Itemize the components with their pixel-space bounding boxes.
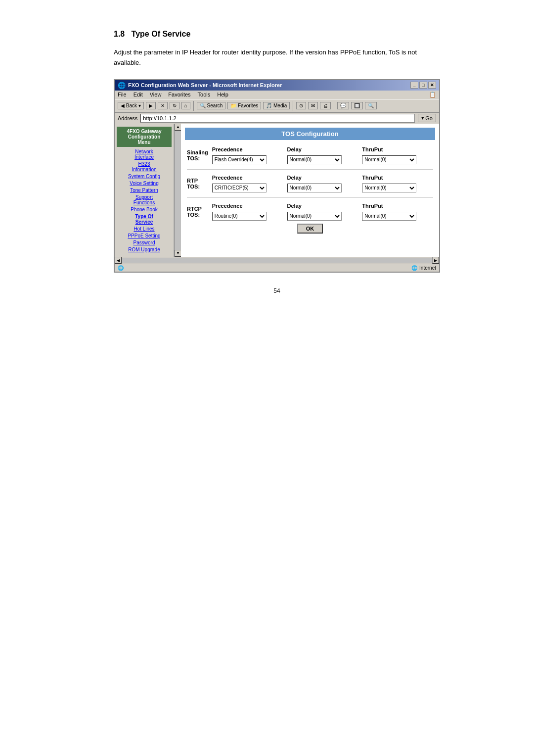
- page-number: 54: [114, 287, 440, 294]
- go-button[interactable]: ▾ Go: [418, 114, 436, 122]
- sidebar-item-voice[interactable]: Voice Setting: [117, 181, 172, 186]
- rtcp-throughput-header: ThruPut: [360, 201, 435, 210]
- section-title: 1.8 Type Of Service: [114, 30, 440, 39]
- menu-favorites[interactable]: Favorites: [168, 92, 190, 98]
- sidebar-item-h323[interactable]: H323Information: [117, 161, 172, 172]
- toolbar-sep-3: [334, 101, 334, 111]
- address-label: Address: [118, 115, 137, 121]
- sidebar-item-system[interactable]: System Config: [117, 174, 172, 179]
- browser-window: 🌐 FXO Configuration Web Server - Microso…: [114, 79, 440, 273]
- menu-edit[interactable]: Edit: [134, 92, 143, 98]
- divider-1: [185, 166, 435, 173]
- history-button[interactable]: ⊙: [296, 102, 306, 109]
- divider-2: [185, 194, 435, 201]
- sidebar: 4FXO Gateway Configuration Menu NetworkI…: [115, 124, 174, 257]
- toolbar: ◀ Back ▾ ▶ ✕ ↻ ⌂ 🔍 Search 📁 Favorites 🎵 …: [115, 99, 439, 113]
- scroll-down-arrow[interactable]: ▼: [175, 250, 181, 257]
- address-bar: Address ▾ Go: [115, 113, 439, 124]
- status-text: Internet: [419, 265, 436, 271]
- tos-row-rtcp-values: Routine(0) Normal(0): [185, 210, 435, 222]
- stop-button[interactable]: ✕: [158, 102, 168, 109]
- forward-button[interactable]: ▶: [146, 102, 156, 109]
- msn-button[interactable]: 🔲: [351, 102, 363, 109]
- menu-help[interactable]: Help: [217, 92, 228, 98]
- status-bar: 🌐 🌐 Internet: [115, 264, 439, 272]
- sidebar-item-pppoe[interactable]: PPPoE Setting: [117, 233, 172, 238]
- sidebar-container: 4FXO Gateway Configuration Menu NetworkI…: [115, 124, 181, 257]
- signaling-throughput-select[interactable]: Normal(0): [362, 155, 416, 164]
- rtcp-delay-select[interactable]: Normal(0): [287, 212, 342, 221]
- scroll-up-arrow[interactable]: ▲: [175, 124, 181, 131]
- sidebar-item-hotlines[interactable]: Hot Lines: [117, 226, 172, 232]
- address-input[interactable]: [140, 114, 415, 123]
- ok-button[interactable]: OK: [297, 224, 323, 234]
- status-right: 🌐 Internet: [411, 265, 436, 271]
- scroll-track-v: [175, 131, 181, 250]
- scroll-left-arrow[interactable]: ◀: [115, 257, 122, 264]
- fullscreen-button[interactable]: 🔍: [365, 102, 377, 109]
- tos-row-rtcp: RTCPTOS: Precedence Delay ThruPut: [185, 201, 435, 210]
- home-button[interactable]: ⌂: [181, 102, 190, 109]
- rtcp-delay-header: Delay: [285, 201, 360, 210]
- signaling-delay-select[interactable]: Normal(0): [287, 155, 342, 164]
- browser-icon: 🌐: [118, 82, 126, 89]
- menu-file[interactable]: File: [118, 92, 127, 98]
- sidebar-item-tone[interactable]: Tone Pattern: [117, 188, 172, 193]
- ok-row: OK: [185, 222, 435, 235]
- tos-row-rtp-values: CRITIC/ECP(5) Normal(0): [185, 182, 435, 194]
- tos-row-signaling: SinalingTOS: Precedence Delay ThruPut: [185, 145, 435, 154]
- ie-icon: 🌐: [118, 265, 124, 271]
- rtcp-throughput-select[interactable]: Normal(0): [362, 212, 416, 221]
- tos-header: TOS Configuration: [185, 128, 435, 140]
- rtcp-tos-label: RTCPTOS:: [185, 201, 210, 222]
- sidebar-item-romupgrade[interactable]: ROM Upgrade: [117, 247, 172, 252]
- signaling-precedence-header: Precedence: [210, 145, 285, 154]
- menu-tools[interactable]: Tools: [198, 92, 211, 98]
- print-button[interactable]: 🖨: [320, 102, 331, 109]
- signaling-throughput-header: ThruPut: [360, 145, 435, 154]
- toolbar-sep-2: [293, 101, 293, 111]
- favorites-button[interactable]: 📁 Favorites: [227, 102, 261, 109]
- minimize-button[interactable]: _: [410, 82, 418, 89]
- tos-table: SinalingTOS: Precedence Delay ThruPut Fl…: [185, 145, 435, 235]
- menu-view[interactable]: View: [150, 92, 162, 98]
- discuss-button[interactable]: 💬: [337, 102, 349, 109]
- signaling-precedence-select[interactable]: Flash Override(4): [212, 155, 267, 164]
- section-number: 1.8: [114, 30, 125, 38]
- section-description: Adjust the parameter in IP Header for ro…: [114, 47, 440, 68]
- menu-bar: File Edit View Favorites Tools Help 📋: [115, 91, 439, 99]
- section-heading: Type Of Service: [132, 30, 191, 38]
- menu-icon-right: 📋: [429, 92, 436, 98]
- rtp-throughput-select[interactable]: Normal(0): [362, 184, 416, 192]
- rtcp-precedence-select[interactable]: Routine(0): [212, 212, 267, 221]
- scroll-right-arrow[interactable]: ▶: [432, 257, 439, 264]
- sidebar-header: 4FXO Gateway Configuration Menu: [117, 127, 172, 147]
- refresh-button[interactable]: ↻: [170, 102, 179, 109]
- title-bar: 🌐 FXO Configuration Web Server - Microso…: [115, 80, 439, 91]
- signaling-delay-header: Delay: [285, 145, 360, 154]
- rtp-precedence-select[interactable]: CRITIC/ECP(5): [212, 184, 267, 192]
- toolbar-sep-1: [193, 101, 194, 111]
- signaling-tos-label: SinalingTOS:: [185, 145, 210, 166]
- back-button[interactable]: ◀ Back ▾: [118, 102, 144, 109]
- sidebar-item-typeofservice[interactable]: Type OfService: [117, 214, 172, 225]
- rtp-delay-select[interactable]: Normal(0): [287, 184, 342, 192]
- tos-row-rtp: RTPTOS: Precedence Delay ThruPut: [185, 173, 435, 182]
- window-controls: _ □ ✕: [410, 82, 436, 89]
- scroll-track-h: [122, 258, 432, 263]
- rtp-precedence-header: Precedence: [210, 173, 285, 182]
- sidebar-item-phonebook[interactable]: Phone Book: [117, 207, 172, 212]
- close-button[interactable]: ✕: [428, 82, 436, 89]
- maximize-button[interactable]: □: [419, 82, 427, 89]
- media-button[interactable]: 🎵 Media: [263, 102, 290, 109]
- browser-body: 4FXO Gateway Configuration Menu NetworkI…: [115, 124, 439, 264]
- sidebar-item-password[interactable]: Password: [117, 240, 172, 245]
- sidebar-item-support[interactable]: SupportFunctions: [117, 194, 172, 205]
- search-button[interactable]: 🔍 Search: [197, 102, 225, 109]
- horizontal-scrollbar: ◀ ▶: [115, 257, 439, 264]
- browser-title: FXO Configuration Web Server - Microsoft…: [128, 82, 282, 88]
- rtp-delay-header: Delay: [285, 173, 360, 182]
- sidebar-item-network[interactable]: NetworkInterface: [117, 149, 172, 160]
- mail-button[interactable]: ✉: [308, 102, 318, 109]
- tos-row-signaling-values: Flash Override(4) Normal(0): [185, 154, 435, 166]
